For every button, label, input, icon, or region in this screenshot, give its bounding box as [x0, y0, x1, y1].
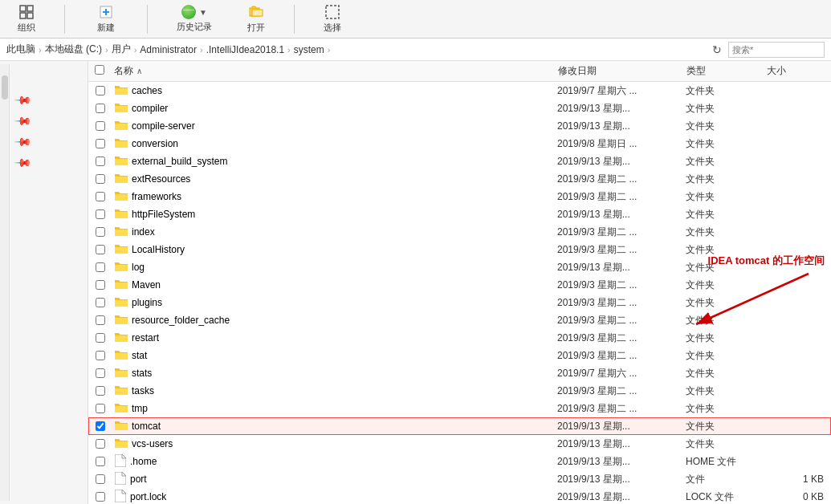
table-row[interactable]: compiler2019/9/13 星期...文件夹: [88, 100, 831, 117]
table-row[interactable]: external_build_system2019/9/13 星期...文件夹: [88, 152, 831, 170]
select-icon: [324, 4, 340, 20]
table-row[interactable]: httpFileSystem2019/9/13 星期...文件夹: [88, 205, 831, 223]
file-name-text: LocalHistory: [132, 244, 557, 255]
table-row[interactable]: tmp2019/9/3 星期二 ...文件夹: [88, 400, 831, 417]
table-row[interactable]: extResources2019/9/3 星期二 ...文件夹: [88, 170, 831, 188]
breadcrumb-users[interactable]: 用户: [112, 43, 131, 56]
new-button[interactable]: 新建: [84, 1, 128, 37]
file-name-text: caches: [132, 85, 557, 96]
file-rows-container: caches2019/9/7 星期六 ...文件夹compiler2019/9/…: [88, 82, 831, 504]
file-type: LOCK 文件: [686, 490, 766, 504]
row-checkbox[interactable]: [96, 421, 105, 431]
open-icon: [248, 4, 264, 20]
table-row[interactable]: resource_folder_cache2019/9/3 星期二 ...文件夹: [88, 311, 831, 329]
svg-rect-9: [326, 6, 339, 18]
file-icon: [115, 472, 126, 487]
table-row[interactable]: port.lock2019/9/13 星期...LOCK 文件0 KB: [88, 488, 831, 504]
table-row[interactable]: caches2019/9/7 星期六 ...文件夹: [88, 82, 831, 100]
breadcrumb-sep-4: ›: [200, 45, 203, 55]
search-input[interactable]: [728, 42, 825, 58]
row-checkbox[interactable]: [96, 333, 105, 343]
table-row[interactable]: frameworks2019/9/3 星期二 ...文件夹: [88, 188, 831, 205]
select-button[interactable]: 选择: [314, 1, 351, 37]
table-row[interactable]: port2019/9/13 星期...文件1 KB: [88, 470, 831, 488]
table-row[interactable]: vcs-users2019/9/13 星期...文件夹: [88, 435, 831, 453]
select-all-checkbox[interactable]: [95, 65, 104, 75]
column-type[interactable]: 类型: [686, 64, 767, 78]
pin-icon-3[interactable]: 📌: [11, 130, 35, 153]
table-row[interactable]: restart2019/9/3 星期二 ...文件夹: [88, 329, 831, 347]
refresh-button[interactable]: ↻: [709, 43, 725, 56]
file-type: 文件夹: [686, 190, 766, 204]
row-checkbox[interactable]: [96, 474, 105, 484]
file-date: 2019/9/3 星期二 ...: [557, 278, 686, 292]
file-name-cell: stats: [115, 367, 557, 380]
file-type: 文件夹: [686, 84, 766, 98]
row-checkbox[interactable]: [96, 457, 105, 466]
row-checkbox[interactable]: [96, 139, 105, 148]
row-checkbox[interactable]: [96, 121, 105, 131]
row-checkbox[interactable]: [96, 245, 105, 254]
sort-arrow: ∧: [136, 67, 142, 75]
file-name-text: conversion: [132, 138, 557, 149]
row-checkbox[interactable]: [96, 192, 105, 201]
table-row[interactable]: tomcat2019/9/13 星期...文件夹: [88, 417, 831, 435]
table-row[interactable]: LocalHistory2019/9/3 星期二 ...文件夹: [88, 241, 831, 258]
table-row[interactable]: .home2019/9/13 星期...HOME 文件: [88, 453, 831, 470]
breadcrumb-this-pc[interactable]: 此电脑: [6, 43, 35, 56]
folder-icon: [115, 420, 128, 433]
breadcrumb-system[interactable]: system: [294, 44, 324, 55]
row-checkbox[interactable]: [96, 404, 105, 413]
pin-icon-2[interactable]: 📌: [11, 109, 35, 132]
row-check-cell: [96, 404, 115, 413]
row-checkbox[interactable]: [96, 156, 105, 166]
organize-button[interactable]: 组织: [8, 1, 45, 37]
select-all-check[interactable]: [95, 65, 114, 77]
row-checkbox[interactable]: [96, 209, 105, 219]
file-list[interactable]: 名称 ∧ 修改日期 类型 大小 caches2019/9/7 星期六 ...文件…: [88, 61, 831, 504]
breadcrumb-intellij[interactable]: .IntelliJIdea2018.1: [206, 44, 284, 55]
column-size[interactable]: 大小: [767, 64, 831, 78]
row-checkbox[interactable]: [96, 174, 105, 184]
file-type: 文件夹: [686, 243, 766, 257]
table-row[interactable]: Maven2019/9/3 星期二 ...文件夹: [88, 276, 831, 294]
row-checkbox[interactable]: [96, 386, 105, 396]
row-checkbox[interactable]: [96, 86, 105, 96]
table-row[interactable]: log2019/9/13 星期...文件夹: [88, 258, 831, 276]
file-name-text: vcs-users: [132, 438, 557, 449]
row-checkbox[interactable]: [96, 351, 105, 360]
table-row[interactable]: tasks2019/9/3 星期二 ...文件夹: [88, 382, 831, 400]
row-checkbox[interactable]: [96, 104, 105, 113]
sidebar-scrollbar[interactable]: [0, 64, 10, 501]
folder-icon: [115, 437, 128, 451]
row-check-cell: [96, 86, 115, 96]
table-row[interactable]: stat2019/9/3 星期二 ...文件夹: [88, 347, 831, 364]
file-type: 文件夹: [686, 349, 766, 363]
open-button[interactable]: 打开: [238, 1, 275, 37]
row-checkbox[interactable]: [96, 368, 105, 378]
table-row[interactable]: plugins2019/9/3 星期二 ...文件夹: [88, 294, 831, 311]
file-date: 2019/9/3 星期二 ...: [557, 331, 686, 345]
breadcrumb-local-disk[interactable]: 本地磁盘 (C:): [45, 43, 102, 56]
column-date[interactable]: 修改日期: [558, 64, 686, 78]
table-row[interactable]: conversion2019/9/8 星期日 ...文件夹: [88, 135, 831, 152]
table-row[interactable]: compile-server2019/9/13 星期...文件夹: [88, 117, 831, 135]
row-checkbox[interactable]: [96, 315, 105, 325]
file-date: 2019/9/13 星期...: [557, 102, 686, 116]
row-checkbox[interactable]: [96, 298, 105, 307]
row-checkbox[interactable]: [96, 262, 105, 272]
pin-icon-1[interactable]: 📌: [11, 88, 35, 112]
row-check-cell: [96, 457, 115, 466]
table-row[interactable]: stats2019/9/7 星期六 ...文件夹: [88, 364, 831, 382]
breadcrumb-administrator[interactable]: Administrator: [140, 44, 197, 55]
row-checkbox[interactable]: [96, 492, 105, 502]
table-row[interactable]: index2019/9/3 星期二 ...文件夹: [88, 223, 831, 241]
row-checkbox[interactable]: [96, 227, 105, 237]
pin-icon-4[interactable]: 📌: [11, 151, 35, 174]
file-name-text: tomcat: [132, 421, 557, 432]
file-name-cell: caches: [115, 84, 557, 98]
row-checkbox[interactable]: [96, 280, 105, 290]
row-checkbox[interactable]: [96, 439, 105, 449]
history-button[interactable]: ▼ 历史记录: [167, 2, 222, 36]
column-name[interactable]: 名称 ∧: [114, 64, 558, 78]
